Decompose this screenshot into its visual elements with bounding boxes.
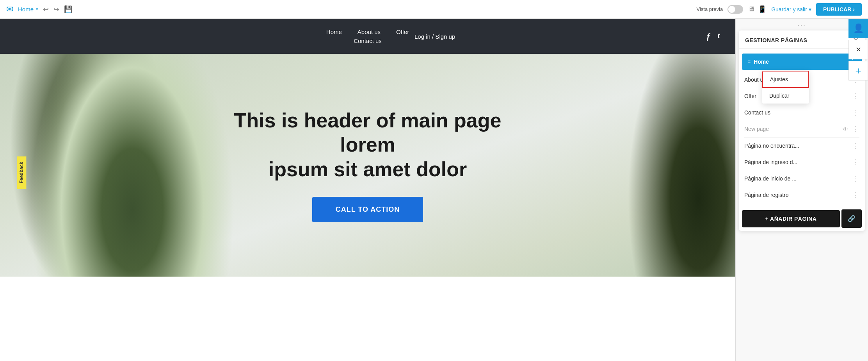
nav-home[interactable]: Home	[326, 29, 342, 35]
side-close-button[interactable]: ✕	[848, 40, 868, 59]
redo-icon[interactable]: ↪	[53, 5, 59, 14]
dropdown-ajustes[interactable]: Ajustes	[762, 71, 809, 88]
close-x-icon: ✕	[856, 45, 861, 54]
nav-row-2: Contact us	[354, 38, 382, 44]
guardar-button[interactable]: Guardar y salir ▾	[771, 6, 811, 13]
nav-login[interactable]: Log in / Sign up	[414, 33, 455, 40]
device-icons: 🖥 📱	[748, 5, 767, 14]
login-dots-menu[interactable]: ⋮	[852, 158, 859, 166]
page-name-register: Página de registro	[744, 192, 789, 198]
page-item-register-left: Página de registro	[744, 192, 789, 198]
add-icon: +	[855, 65, 861, 77]
top-bar-right: Vista previa 🖥 📱 Guardar y salir ▾ PUBLI…	[696, 3, 862, 16]
page-item-home[interactable]: ≡ Home ⋮	[742, 54, 862, 70]
site-nav: Home About us Offer Contact us Log in / …	[0, 19, 735, 54]
notfound-dots-menu[interactable]: ⋮	[852, 141, 859, 150]
offer-dots-menu[interactable]: ⋮	[852, 92, 859, 100]
page-name-contact: Contact us	[744, 109, 770, 116]
page-name-start: Página de inicio de ...	[744, 175, 797, 182]
page-item-notfound-left: Página no encuentra...	[744, 143, 799, 149]
add-page-area: + AÑADIR PÁGINA 🔗	[742, 209, 862, 228]
top-bar: ✉ Home ▾ ↩ ↪ 💾 Vista previa 🖥 📱 Guardar …	[0, 0, 868, 19]
nav-offer[interactable]: Offer	[396, 29, 409, 35]
new-page-eye-icon[interactable]: 👁	[843, 126, 848, 132]
page-item-new[interactable]: New page 👁 ⋮	[739, 121, 865, 137]
home-row-wrapper: ≡ Home ⋮ Ajustes Duplicar	[739, 54, 865, 70]
facebook-icon[interactable]: f	[707, 31, 710, 41]
page-item-contact[interactable]: Contact us ⋮	[739, 104, 865, 121]
feedback-tab[interactable]: Feedback	[17, 156, 26, 189]
page-item-notfound[interactable]: Página no encuentra... ⋮	[739, 138, 865, 154]
page-name-login: Página de ingreso d...	[744, 159, 797, 165]
add-page-button[interactable]: + AÑADIR PÁGINA	[742, 210, 840, 227]
page-item-register[interactable]: Página de registro ⋮	[739, 187, 865, 203]
contact-dots-menu[interactable]: ⋮	[852, 108, 859, 117]
home-dropdown: Ajustes Duplicar	[762, 71, 809, 104]
mail-icon[interactable]: ✉	[6, 4, 13, 14]
page-item-contact-left: Contact us	[744, 109, 770, 116]
home-tab-label: Home	[18, 6, 34, 13]
page-item-home-left: ≡ Home	[747, 59, 769, 65]
manage-pages-card: GESTIONAR PÁGINAS ✕ ≡ Home ⋮ Ajustes Dup…	[739, 30, 865, 231]
manage-pages-panel: ··· GESTIONAR PÁGINAS ✕ ≡ Home ⋮ Ajustes	[735, 19, 868, 361]
side-person-button[interactable]: 👤	[848, 19, 868, 38]
register-dots-menu[interactable]: ⋮	[852, 191, 859, 199]
nav-links-container: Home About us Offer Contact us	[326, 29, 409, 44]
pages-list: ≡ Home ⋮ Ajustes Duplicar About us ⋮	[739, 49, 865, 206]
mobile-icon[interactable]: 📱	[758, 5, 767, 14]
nav-about[interactable]: About us	[358, 29, 381, 35]
page-name-home: Home	[754, 59, 769, 65]
side-floating-icons: 👤 ✕ +	[848, 19, 868, 80]
nav-row-1: Home About us Offer	[326, 29, 409, 35]
desktop-icon[interactable]: 🖥	[748, 5, 755, 13]
page-item-login[interactable]: Página de ingreso d... ⋮	[739, 154, 865, 170]
twitter-icon[interactable]: t	[717, 31, 720, 41]
link-button[interactable]: 🔗	[841, 209, 862, 228]
home-list-icon: ≡	[747, 59, 751, 65]
page-item-start[interactable]: Página de inicio de ... ⋮	[739, 170, 865, 187]
site-preview: Home About us Offer Contact us Log in / …	[0, 19, 735, 361]
undo-icon[interactable]: ↩	[43, 5, 49, 14]
publicar-button[interactable]: PUBLICAR ›	[816, 3, 862, 16]
nav-contact[interactable]: Contact us	[354, 38, 382, 44]
cta-button[interactable]: CALL TO ACTION	[312, 197, 423, 222]
save-icon[interactable]: 💾	[64, 5, 73, 14]
page-item-start-left: Página de inicio de ...	[744, 175, 797, 182]
page-name-new: New page	[744, 126, 769, 132]
start-dots-menu[interactable]: ⋮	[852, 174, 859, 183]
side-add-button[interactable]: +	[848, 61, 868, 80]
preview-toggle[interactable]	[727, 5, 743, 14]
hero-section: This is header of main page lorem ipsum …	[0, 54, 735, 277]
page-name-offer: Offer	[744, 93, 756, 99]
hero-title: This is header of main page lorem ipsum …	[231, 108, 504, 181]
page-name-notfound: Página no encuentra...	[744, 143, 799, 149]
person-icon: 👤	[853, 23, 864, 34]
home-tab-chevron: ▾	[36, 7, 38, 12]
page-item-new-left: New page	[744, 126, 769, 132]
page-item-login-left: Página de ingreso d...	[744, 159, 797, 165]
panel-header: GESTIONAR PÁGINAS ✕	[739, 30, 865, 49]
dropdown-duplicar[interactable]: Duplicar	[762, 88, 809, 104]
link-icon: 🔗	[848, 215, 856, 222]
panel-title: GESTIONAR PÁGINAS	[745, 37, 807, 43]
home-tab[interactable]: Home ▾	[18, 6, 38, 13]
top-bar-left: ✉ Home ▾ ↩ ↪ 💾	[6, 4, 73, 14]
new-dots-menu[interactable]: ⋮	[852, 125, 859, 133]
vista-previa-label: Vista previa	[696, 6, 723, 12]
nav-social: f t	[707, 31, 720, 41]
page-item-offer-left: Offer	[744, 93, 756, 99]
hero-content: This is header of main page lorem ipsum …	[231, 108, 504, 222]
